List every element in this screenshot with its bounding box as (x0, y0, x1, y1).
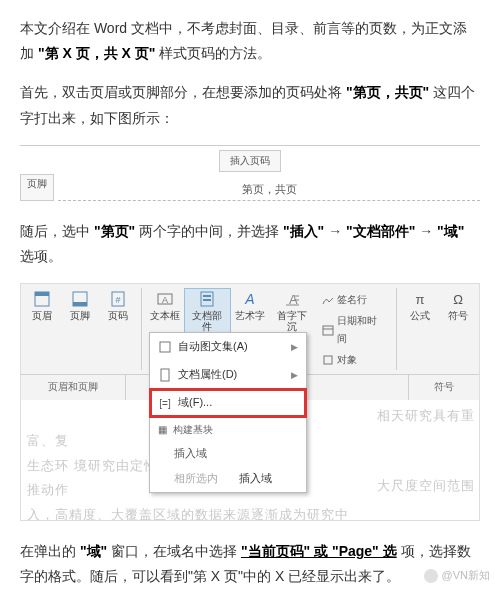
symbol-icon: Ω (449, 290, 467, 308)
menu-insert-field-1[interactable]: 插入域 (150, 441, 306, 467)
ribbon-footer-button[interactable]: 页脚 (61, 288, 99, 323)
ribbon-textbox-button[interactable]: A 文本框 (146, 288, 184, 323)
dropcap-icon: A (283, 290, 301, 308)
datetime-icon (322, 324, 334, 336)
autotext-icon (158, 340, 172, 354)
doc-property-icon (158, 368, 172, 382)
svg-rect-3 (73, 302, 87, 306)
menu-field[interactable]: [=] 域(F)... (150, 389, 306, 417)
svg-rect-10 (203, 299, 211, 301)
ribbon-datetime-button[interactable]: 日期和时间 (319, 311, 388, 349)
svg-text:A: A (244, 291, 254, 307)
object-icon (322, 354, 334, 366)
ribbon-signature-button[interactable]: 签名行 (319, 290, 388, 310)
wordart-icon: A (241, 290, 259, 308)
svg-rect-1 (35, 292, 49, 296)
ribbon-object-button[interactable]: 对象 (319, 350, 388, 370)
ribbon-symbol-button[interactable]: Ω 符号 (439, 288, 477, 323)
bold-format: "第 X 页，共 X 页" (38, 45, 156, 61)
ribbon-quick-parts-button[interactable]: 文档部件 (184, 288, 231, 334)
svg-text:A: A (162, 295, 168, 305)
svg-text:π: π (416, 292, 425, 307)
footer-dashed-line: 第页，共页 (58, 174, 480, 201)
paragraph-2: 首先，双击页眉或页脚部分，在想要添加的页码处将 "第页，共页" 这四个字打出来，… (20, 80, 480, 130)
chevron-right-icon: ▶ (291, 339, 298, 355)
ribbon-wordart-button[interactable]: A 艺术字 (231, 288, 269, 323)
quick-parts-icon (198, 290, 216, 308)
ribbon-group-label-right: 符号 (409, 375, 479, 400)
svg-text:Ω: Ω (453, 292, 463, 307)
quick-parts-dropdown: 自动图文集(A) ▶ 文档属性(D) ▶ [=] 域(F)... ▦ 构建基块 … (149, 332, 307, 493)
ribbon-header-button[interactable]: 页眉 (23, 288, 61, 323)
svg-text:#: # (115, 295, 120, 305)
svg-rect-18 (324, 356, 332, 364)
watermark: @VN新知 (424, 566, 490, 586)
svg-text:[=]: [=] (159, 398, 171, 409)
svg-rect-9 (203, 295, 211, 297)
header-icon (33, 290, 51, 308)
ribbon-equation-button[interactable]: π 公式 (401, 288, 439, 323)
ribbon-page-number-button[interactable]: # 页码 (99, 288, 137, 323)
svg-rect-16 (323, 326, 333, 335)
screenshot-footer-area: 插入页码 页脚 第页，共页 (20, 145, 480, 201)
svg-rect-21 (160, 342, 170, 352)
footer-tag: 页脚 (20, 174, 54, 201)
paragraph-1: 本文介绍在 Word 文档中，不考虑封面、目录、前言等的页数，为正文添加 "第 … (20, 16, 480, 66)
chevron-right-icon: ▶ (291, 367, 298, 383)
equation-icon: π (411, 290, 429, 308)
paragraph-3: 随后，选中 "第页" 两个字的中间，并选择 "插入" → "文档部件" → "域… (20, 219, 480, 269)
ribbon-group-header-footer: 页眉 页脚 # 页码 (21, 284, 139, 374)
insert-page-number-button[interactable]: 插入页码 (219, 150, 281, 172)
footer-text: 第页，共页 (242, 180, 297, 200)
field-icon: [=] (158, 396, 172, 410)
page-number-icon: # (109, 290, 127, 308)
ribbon-group-symbols: π 公式 Ω 符号 (399, 284, 479, 374)
ribbon-dropcap-button[interactable]: A 首字下沉 (269, 288, 316, 334)
svg-rect-22 (161, 369, 169, 381)
ribbon-group-label-left: 页眉和页脚 (21, 375, 126, 400)
footer-icon (71, 290, 89, 308)
menu-insert-field-2: 相所选内 插入域 (150, 466, 306, 492)
signature-icon (322, 294, 334, 306)
paragraph-4: 在弹出的 "域" 窗口，在域名中选择 "当前页码" 或 "Page" 选 项，选… (20, 539, 480, 589)
screenshot-ribbon-menu: 页眉 页脚 # 页码 A 文本框 文档部件 A 艺术字 (20, 283, 480, 521)
menu-autotext[interactable]: 自动图文集(A) ▶ (150, 333, 306, 361)
textbox-icon: A (156, 290, 174, 308)
watermark-icon (424, 569, 438, 583)
menu-doc-property[interactable]: 文档属性(D) ▶ (150, 361, 306, 389)
menu-building-blocks-header: ▦ 构建基块 (150, 417, 306, 441)
